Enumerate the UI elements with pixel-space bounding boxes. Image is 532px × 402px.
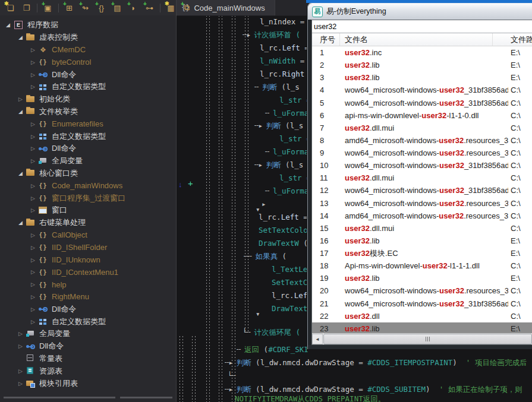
tree-item-核心窗口类[interactable]: ◢核心窗口类 <box>0 167 175 180</box>
collapsed-arrow-icon[interactable]: ▷ <box>16 331 25 337</box>
expanded-arrow-icon[interactable]: ◢ <box>16 220 25 226</box>
tree-item-初始化类[interactable]: ▷初始化类 <box>0 93 175 106</box>
result-row-18[interactable]: 18Api-ms-win-downlevel-user32-l1-1-1.dll… <box>312 259 532 272</box>
tree-hscroll-thumb[interactable] <box>4 397 115 398</box>
collapsed-arrow-icon[interactable]: ▷ <box>16 343 25 349</box>
tree-item-资源表[interactable]: ▷资源表 <box>0 365 175 377</box>
add-dll-command-button[interactable]: ⊶+ <box>143 2 156 14</box>
tree-item-Dll命令[interactable]: ▷Dll命令 <box>0 340 175 353</box>
result-row-4[interactable]: 4wow64_microsoft-windows-user32_31bf3856… <box>312 84 532 96</box>
tree-item-全局变量[interactable]: ▷全局变量 <box>0 155 175 167</box>
tree-item-右键菜单处理[interactable]: ◢右键菜单处理 <box>0 217 175 229</box>
result-row-22[interactable]: 22user32.dllC:\ <box>312 310 532 322</box>
result-row-12[interactable]: 12wow64_microsoft-windows-user32_31bf385… <box>312 184 532 197</box>
collapsed-arrow-icon[interactable]: ▷ <box>16 368 25 374</box>
tree-item-窗口程序集_过渡窗口[interactable]: ▷{}窗口程序集_过渡窗口 <box>0 192 175 204</box>
collapsed-arrow-icon[interactable]: ▷ <box>29 232 37 238</box>
collapsed-arrow-icon[interactable]: ▷ <box>29 84 37 90</box>
result-row-3[interactable]: 3user32.libE:\ <box>312 71 532 84</box>
tree-item-程序数据[interactable]: ◢E程序数据 <box>0 19 175 31</box>
collapsed-arrow-icon[interactable]: ▷ <box>29 59 37 65</box>
collapsed-arrow-icon[interactable]: ▷ <box>29 158 37 164</box>
collapsed-arrow-icon[interactable]: ▷ <box>29 72 37 78</box>
result-row-8[interactable]: 8amd64_microsoft-windows-user32.resource… <box>312 134 532 147</box>
results-list[interactable]: 1user32.incE:\2user32.libE:\3user32.libE… <box>312 46 532 333</box>
scroll-left-button[interactable]: ◄ <box>312 334 323 344</box>
tree-item-全局变量[interactable]: ▷全局变量 <box>0 328 175 340</box>
add-control-button[interactable]: ▣+ <box>41 2 55 14</box>
add-code-button[interactable]: {}+ <box>95 2 108 14</box>
result-row-14[interactable]: 14amd64_microsoft-windows-user32.resourc… <box>312 210 532 222</box>
tree-item-常量表[interactable]: 常量表 <box>0 353 175 365</box>
add-resource-button[interactable]: ⧉+ <box>180 2 194 14</box>
tree-item-文件枚举类[interactable]: ◢文件枚举类 <box>0 106 175 118</box>
tree-item-Enumeratefiles[interactable]: ▷{}Enumeratefiles <box>0 118 175 130</box>
result-row-15[interactable]: 15user32.dll.muiC:\ <box>312 222 532 235</box>
collapsed-arrow-icon[interactable]: ▷ <box>29 183 37 189</box>
search-input[interactable] <box>312 20 532 33</box>
collapsed-arrow-icon[interactable]: ▷ <box>29 245 37 251</box>
tree-item-CallObject[interactable]: ▷{}CallObject <box>0 229 175 242</box>
expanded-arrow-icon[interactable]: ◢ <box>4 22 12 28</box>
expanded-arrow-icon[interactable]: ◢ <box>16 109 25 115</box>
result-row-23[interactable]: 23user32.libE:\ <box>312 322 532 333</box>
collapsed-arrow-icon[interactable]: ▷ <box>29 257 37 263</box>
tree-item-IID_IShellFolder[interactable]: ▷{}IID_IShellFolder <box>0 241 175 254</box>
add-window-button[interactable]: ⊞+ <box>62 2 76 14</box>
project-tree[interactable]: ◢E程序数据◢虚表控制类▷❖CMemDC▷{}byteControl▷Dll命令… <box>0 19 175 390</box>
add-layout-button[interactable]: ▤+ <box>111 2 124 14</box>
expanded-arrow-icon[interactable]: ◢ <box>16 34 25 40</box>
result-row-16[interactable]: 16user32.libE:\ <box>312 235 532 247</box>
collapsed-arrow-icon[interactable]: ▷ <box>29 121 37 127</box>
tree-item-help[interactable]: ▷{}help <box>0 278 175 291</box>
result-row-1[interactable]: 1user32.incE:\ <box>312 46 532 59</box>
column-header-filename[interactable]: 文件名 <box>340 33 493 46</box>
tree-item-CMemDC[interactable]: ▷❖CMemDC <box>0 44 175 56</box>
result-row-7[interactable]: 7user32.dll.muiC:\ <box>312 122 532 134</box>
tree-item-模块引用表[interactable]: ▷模块引用表 <box>0 377 175 390</box>
result-row-5[interactable]: 5wow64_microsoft-windows-user32_31bf3856… <box>312 97 532 109</box>
collapsed-arrow-icon[interactable]: ▷ <box>29 281 37 287</box>
tree-hscroll-thumb2[interactable] <box>120 397 172 398</box>
collapsed-arrow-icon[interactable]: ▷ <box>29 294 37 300</box>
add-object-button[interactable]: ◗+ <box>127 2 140 14</box>
result-row-10[interactable]: 10wow64_microsoft-windows-user32_31bf385… <box>312 159 532 172</box>
tree-item-窗口[interactable]: ▷窗口 <box>0 204 175 217</box>
tree-item-自定义数据类型[interactable]: ▷自定义数据类型 <box>0 81 175 93</box>
expanded-arrow-icon[interactable]: ◢ <box>16 170 25 176</box>
column-header-index[interactable]: 序号 <box>312 33 340 46</box>
tree-item-byteControl[interactable]: ▷{}byteControl <box>0 56 175 68</box>
collapsed-arrow-icon[interactable]: ▷ <box>29 306 37 312</box>
add-bookmark-icon[interactable]: + <box>188 178 193 188</box>
tree-item-Dll命令[interactable]: ▷Dll命令 <box>0 303 175 315</box>
collapsed-arrow-icon[interactable]: ▷ <box>29 319 37 325</box>
tree-item-Dll命令[interactable]: ▷Dll命令 <box>0 143 175 155</box>
tree-item-Dll命令[interactable]: ▷Dll命令 <box>0 68 175 81</box>
result-row-13[interactable]: 13wow64_microsoft-windows-user32.resourc… <box>312 197 532 210</box>
tree-item-Code_mainWindows[interactable]: ▷{}Code_mainWindows <box>0 179 175 192</box>
new-project-button[interactable]: ❏✱ <box>4 2 17 14</box>
jump-down-icon[interactable]: ↓ <box>178 180 182 189</box>
project-windows-button[interactable]: ❐ <box>20 2 33 14</box>
result-row-2[interactable]: 2user32.libE:\ <box>312 59 532 71</box>
add-flow-button[interactable]: ↬+ <box>78 2 92 14</box>
tree-item-IID_IContextMenu1[interactable]: ▷{}IID_IContextMenu1 <box>0 266 175 278</box>
result-row-6[interactable]: 6api-ms-win-downlevel-user32-l1-1-0.dllC… <box>312 109 532 122</box>
collapsed-arrow-icon[interactable]: ▷ <box>29 134 37 140</box>
window-titlebar[interactable]: 易 易-仿制Everything <box>308 4 532 20</box>
horizontal-scrollbar[interactable]: ◄ <box>312 333 532 344</box>
result-row-19[interactable]: 19user32.libE:\ <box>312 272 532 284</box>
result-row-20[interactable]: 20wow64_microsoft-windows-user32.resourc… <box>312 284 532 297</box>
collapsed-arrow-icon[interactable]: ▷ <box>16 381 25 387</box>
collapsed-arrow-icon[interactable]: ▷ <box>29 207 37 213</box>
collapsed-arrow-icon[interactable]: ▷ <box>29 269 37 275</box>
add-image-button[interactable]: ▦✱ <box>164 2 178 14</box>
tree-item-RightMenu[interactable]: ▷{}RightMenu <box>0 291 175 303</box>
scrollbar-thumb[interactable] <box>323 334 532 344</box>
column-header-filepath[interactable]: 文件路径 <box>493 33 532 46</box>
collapsed-arrow-icon[interactable]: ▷ <box>16 96 25 102</box>
result-row-17[interactable]: 17user32模块.ECE:\ <box>312 247 532 259</box>
tree-item-IID_IUnknown[interactable]: ▷{}IID_IUnknown <box>0 254 175 266</box>
result-row-9[interactable]: 9wow64_microsoft-windows-user32.resource… <box>312 147 532 159</box>
tree-item-自定义数据类型[interactable]: ▷自定义数据类型 <box>0 315 175 328</box>
